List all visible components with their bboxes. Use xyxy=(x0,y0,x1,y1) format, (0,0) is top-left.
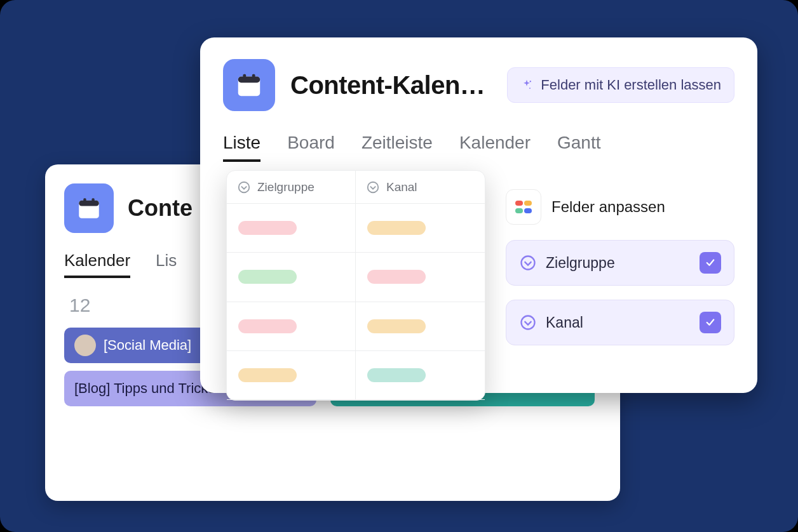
cell[interactable] xyxy=(227,253,356,302)
svg-rect-14 xyxy=(515,208,523,213)
calendar-app-icon xyxy=(64,183,114,233)
svg-rect-5 xyxy=(238,77,260,83)
tag-pill xyxy=(367,319,426,333)
check-icon xyxy=(705,317,716,328)
cell[interactable] xyxy=(227,351,356,400)
event-label: [Blog] Tipps und Tricks xyxy=(74,380,215,397)
tab-kalender-back[interactable]: Kalender xyxy=(64,251,130,278)
field-enabled-checkbox[interactable] xyxy=(700,252,721,274)
cell[interactable] xyxy=(356,253,485,302)
event-label: [Social Media] xyxy=(104,337,191,354)
field-enabled-checkbox[interactable] xyxy=(700,312,721,333)
ai-create-fields-button[interactable]: Felder mit KI erstellen lassen xyxy=(507,67,734,103)
fields-color-chip xyxy=(506,189,541,225)
front-header-left: Content-Kalen… xyxy=(223,59,485,111)
avatar xyxy=(74,335,96,356)
ai-button-label: Felder mit KI erstellen lassen xyxy=(541,77,721,93)
chevron-down-circle-icon xyxy=(237,180,251,194)
cell[interactable] xyxy=(356,351,485,400)
field-label: Kanal xyxy=(546,314,583,331)
column-preview-panel: Zielgruppe Kanal xyxy=(226,170,485,401)
field-label: Zielgruppe xyxy=(546,255,615,272)
svg-rect-3 xyxy=(91,198,94,203)
column-label: Kanal xyxy=(386,180,417,194)
cell[interactable] xyxy=(227,302,356,351)
tab-zeitleiste[interactable]: Zeitleiste xyxy=(362,133,433,162)
check-icon xyxy=(705,257,716,269)
svg-point-10 xyxy=(239,182,250,192)
cell[interactable] xyxy=(356,204,485,253)
fields-panel-title: Felder anpassen xyxy=(551,198,665,216)
cell[interactable] xyxy=(356,302,485,351)
field-item-zielgruppe[interactable]: Zielgruppe xyxy=(506,240,734,286)
front-title: Content-Kalen… xyxy=(290,71,485,100)
tag-pill xyxy=(367,270,426,284)
svg-rect-7 xyxy=(252,74,255,79)
calendar-icon xyxy=(234,70,264,100)
tab-board[interactable]: Board xyxy=(287,133,335,162)
svg-rect-6 xyxy=(243,74,246,79)
sparkle-icon xyxy=(520,79,533,91)
tab-gantt[interactable]: Gantt xyxy=(557,133,600,162)
tag-pill xyxy=(238,221,297,235)
svg-point-16 xyxy=(522,256,535,270)
svg-rect-1 xyxy=(79,201,99,206)
front-tabs: Liste Board Zeitleiste Kalender Gantt xyxy=(223,133,734,162)
tag-pill xyxy=(238,319,297,333)
field-item-kanal[interactable]: Kanal xyxy=(506,300,734,345)
canvas: Conte Kalender Lis 12 [Social Media] [E-… xyxy=(0,0,798,532)
tab-liste[interactable]: Liste xyxy=(223,133,260,162)
svg-point-9 xyxy=(529,88,531,89)
calendar-icon xyxy=(76,195,102,222)
column-label: Zielgruppe xyxy=(257,180,314,194)
fields-panel-header: Felder anpassen xyxy=(506,189,734,225)
svg-point-8 xyxy=(530,81,531,82)
fields-icon xyxy=(513,197,534,217)
column-header-zielgruppe[interactable]: Zielgruppe xyxy=(227,171,356,204)
tab-kalender[interactable]: Kalender xyxy=(459,133,531,162)
tag-pill xyxy=(367,368,426,382)
chevron-down-circle-icon xyxy=(519,254,537,272)
svg-rect-13 xyxy=(524,201,532,206)
svg-rect-12 xyxy=(515,201,523,206)
tab-liste-back[interactable]: Lis xyxy=(156,251,177,278)
tag-pill xyxy=(367,221,426,235)
chevron-down-circle-icon xyxy=(366,180,380,194)
svg-rect-15 xyxy=(524,208,532,213)
cell[interactable] xyxy=(227,204,356,253)
tag-pill xyxy=(238,270,297,284)
svg-point-17 xyxy=(522,316,535,329)
back-title: Conte xyxy=(128,195,193,222)
svg-point-11 xyxy=(368,182,379,192)
tag-pill xyxy=(238,368,297,382)
svg-rect-2 xyxy=(83,198,86,203)
front-header: Content-Kalen… Felder mit KI erstellen l… xyxy=(223,59,734,111)
chevron-down-circle-icon xyxy=(519,314,537,331)
customize-fields-panel: Felder anpassen Zielgruppe Kanal xyxy=(506,189,734,359)
calendar-app-icon xyxy=(223,59,275,111)
column-header-kanal[interactable]: Kanal xyxy=(356,171,485,204)
